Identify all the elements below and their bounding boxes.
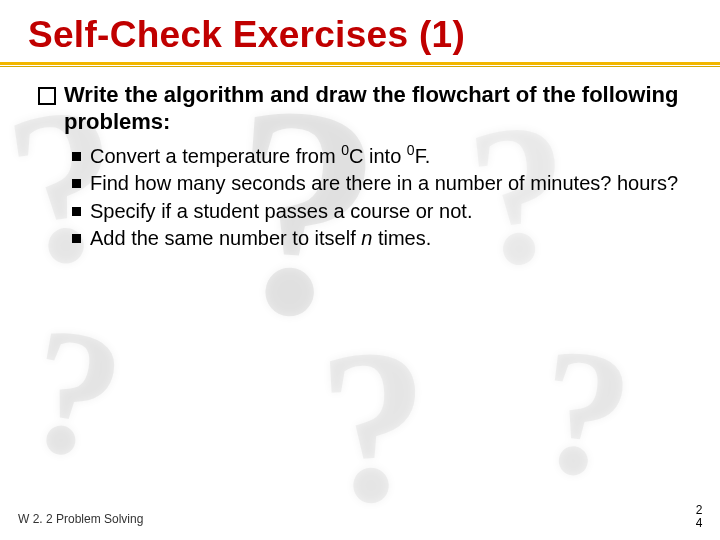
main-bullet: Write the algorithm and draw the flowcha…: [38, 82, 690, 136]
sub-item-4: Add the same number to itself n times.: [72, 226, 690, 252]
content-body: Write the algorithm and draw the flowcha…: [38, 82, 690, 254]
page-number-top: 2: [694, 504, 704, 517]
footer-left: W 2. 2 Problem Solving: [18, 512, 143, 526]
square-bullet-icon: [38, 87, 56, 105]
footer-page-number: 2 4: [694, 504, 704, 530]
sub-item-1: Convert a temperature from 0C into 0F.: [72, 144, 690, 170]
sub-item-2: Find how many seconds are there in a num…: [72, 171, 690, 197]
slide-title: Self-Check Exercises (1): [28, 14, 465, 56]
slide: ? ? ? ? ? ? Self-Check Exercises (1) Wri…: [0, 0, 720, 540]
title-underline-thin: [0, 66, 720, 67]
sub-bullet-list: Convert a temperature from 0C into 0F. F…: [72, 144, 690, 252]
title-underline-thick: [0, 62, 720, 65]
background-question-marks: ? ? ? ? ? ?: [0, 0, 720, 540]
main-prompt: Write the algorithm and draw the flowcha…: [64, 82, 678, 134]
page-number-bottom: 4: [694, 517, 704, 530]
sub-item-3: Specify if a student passes a course or …: [72, 199, 690, 225]
